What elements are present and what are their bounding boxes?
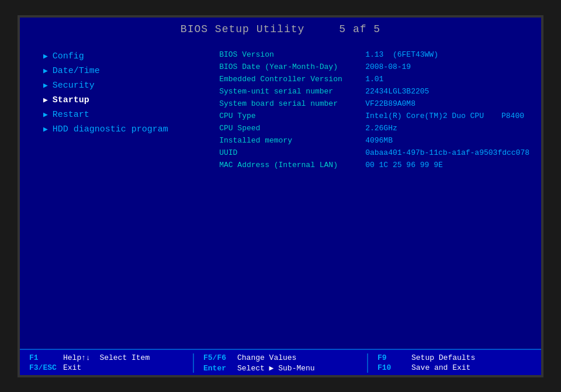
- nav-item-startup[interactable]: ▶ Startup: [43, 94, 196, 106]
- label-system-serial: System-unit serial number: [219, 87, 359, 96]
- value-cpu-speed: 2.26GHz: [365, 124, 529, 133]
- nav-item-hdd[interactable]: ▶ HDD diagnostic program: [43, 123, 196, 136]
- footer-key-f3esc: F3/ESC: [29, 363, 58, 372]
- label-memory: Installed memory: [219, 136, 359, 145]
- footer-desc-f10: Save and Exit: [411, 363, 470, 372]
- footer-row-f9: F9 Setup Defaults: [378, 353, 532, 362]
- bios-content: ▶ Config ▶ Date/Time ▶ Security ▶ Startu…: [20, 39, 541, 349]
- footer-row-enter: Enter Select ▶ Sub-Menu: [203, 363, 358, 373]
- nav-arrow-config: ▶: [43, 51, 48, 61]
- label-cpu-speed: CPU Speed: [219, 124, 359, 133]
- nav-label-startup: Startup: [53, 95, 89, 105]
- label-board-serial: System board serial number: [219, 99, 359, 108]
- label-bios-date: BIOS Date (Year-Month-Day): [219, 63, 359, 71]
- nav-item-datetime[interactable]: ▶ Date/Time: [43, 65, 196, 77]
- info-row-board-serial: System board serial number VF22B89A0M8: [219, 99, 529, 108]
- nav-arrow-restart: ▶: [43, 110, 48, 119]
- footer-key-f10: F10: [378, 363, 407, 372]
- label-mac: MAC Address (Internal LAN): [219, 161, 359, 169]
- info-table: BIOS Version 1.13 (6FET43WW) BIOS Date (…: [219, 50, 529, 169]
- value-uuid: 0abaa401-497b-11cb-a1af-a9503fdcc078: [365, 148, 529, 157]
- info-panel: BIOS Version 1.13 (6FET43WW) BIOS Date (…: [213, 44, 541, 343]
- nav-item-config[interactable]: ▶ Config: [43, 50, 196, 63]
- footer-key-f5f6: F5/F6: [203, 353, 233, 362]
- footer-row-f5f6: F5/F6 Change Values: [203, 353, 358, 362]
- footer-row-f1: F1 Help↑↓ Select Item: [29, 353, 183, 362]
- info-row-uuid: UUID 0abaa401-497b-11cb-a1af-a9503fdcc07…: [219, 148, 529, 157]
- nav-label-security: Security: [53, 81, 95, 91]
- value-board-serial: VF22B89A0M8: [365, 99, 529, 108]
- info-row-bios-date: BIOS Date (Year-Month-Day) 2008-08-19: [219, 63, 529, 71]
- nav-label-datetime: Date/Time: [53, 66, 100, 76]
- value-bios-version: 1.13 (6FET43WW): [365, 50, 529, 59]
- label-uuid: UUID: [219, 148, 359, 157]
- info-row-memory: Installed memory 4096MB: [219, 136, 529, 145]
- footer-col-1: F1 Help↑↓ Select Item F3/ESC Exit: [20, 353, 193, 373]
- nav-item-restart[interactable]: ▶ Restart: [43, 109, 196, 121]
- nav-label-restart: Restart: [53, 110, 89, 120]
- info-row-ec-version: Embedded Controller Version 1.01: [219, 75, 529, 84]
- nav-arrow-security: ▶: [43, 81, 48, 90]
- value-mac: 00 1C 25 96 99 9E: [365, 161, 529, 169]
- label-cpu-type: CPU Type: [219, 112, 359, 120]
- footer-desc-f5f6: Change Values: [237, 353, 296, 362]
- footer-row-f10: F10 Save and Exit: [378, 363, 532, 372]
- value-memory: 4096MB: [365, 136, 529, 145]
- footer-key-enter: Enter: [203, 364, 233, 373]
- footer-key-f9: F9: [378, 353, 407, 362]
- nav-arrow-hdd: ▶: [43, 124, 48, 134]
- value-system-serial: 22434LGL3B2205: [365, 87, 529, 96]
- info-row-system-serial: System-unit serial number 22434LGL3B2205: [219, 87, 529, 96]
- info-row-bios-version: BIOS Version 1.13 (6FET43WW): [219, 50, 529, 59]
- bios-header: BIOS Setup Utility 5 af 5: [20, 18, 541, 39]
- nav-label-config: Config: [53, 51, 84, 61]
- info-row-mac: MAC Address (Internal LAN) 00 1C 25 96 9…: [219, 161, 529, 169]
- footer-col-3: F9 Setup Defaults F10 Save and Exit: [368, 353, 541, 373]
- value-cpu-type: Intel(R) Core(TM)2 Duo CPU: [365, 112, 484, 120]
- footer-desc-f3esc: Exit: [63, 363, 81, 372]
- nav-arrow-datetime: ▶: [43, 66, 48, 75]
- nav-panel: ▶ Config ▶ Date/Time ▶ Security ▶ Startu…: [20, 44, 213, 343]
- nav-label-hdd: HDD diagnostic program: [53, 124, 168, 134]
- info-row-cpu-type: CPU Type Intel(R) Core(TM)2 Duo CPU P840…: [219, 112, 529, 120]
- label-bios-version: BIOS Version: [219, 50, 359, 59]
- footer: F1 Help↑↓ Select Item F3/ESC Exit F5/F6 …: [20, 349, 541, 375]
- nav-arrow-startup: ▶: [43, 95, 48, 105]
- bios-main: ▶ Config ▶ Date/Time ▶ Security ▶ Startu…: [20, 39, 541, 349]
- nav-item-security[interactable]: ▶ Security: [43, 79, 196, 92]
- footer-desc-f9: Setup Defaults: [411, 353, 475, 362]
- page-indicator: 5 af 5: [339, 23, 380, 35]
- footer-desc-enter: Select ▶ Sub-Menu: [237, 363, 315, 373]
- info-row-cpu-speed: CPU Speed 2.26GHz: [219, 124, 529, 133]
- value-ec-version: 1.01: [365, 75, 529, 84]
- value-cpu-suffix: P8400: [501, 112, 524, 120]
- label-ec-version: Embedded Controller Version: [219, 75, 359, 84]
- footer-desc-f1: Help↑↓ Select Item: [63, 353, 150, 362]
- footer-row-f3esc: F3/ESC Exit: [29, 363, 183, 372]
- bios-title: BIOS Setup Utility: [181, 23, 304, 35]
- value-bios-date: 2008-08-19: [365, 63, 529, 71]
- footer-key-f1: F1: [29, 353, 58, 362]
- footer-col-2: F5/F6 Change Values Enter Select ▶ Sub-M…: [194, 353, 367, 373]
- bios-screen: BIOS Setup Utility 5 af 5 ▶ Config ▶ Dat…: [18, 15, 543, 377]
